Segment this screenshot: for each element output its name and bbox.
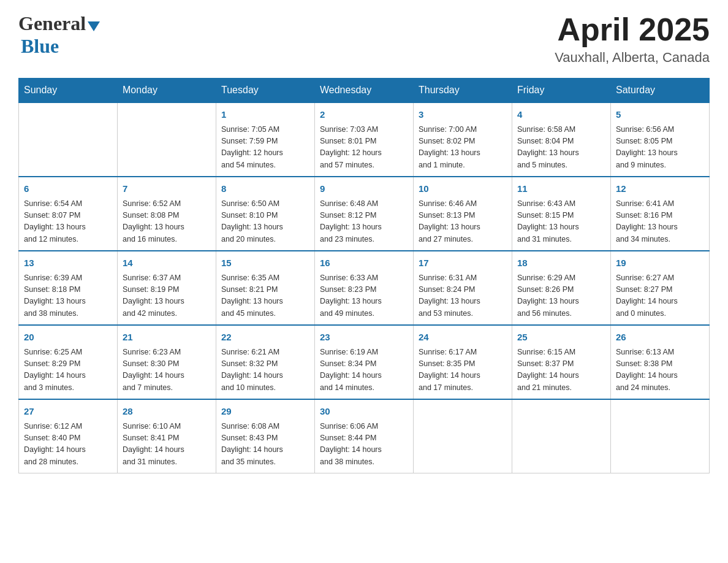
- weekday-header-wednesday: Wednesday: [315, 79, 414, 103]
- day-info: Sunrise: 6:12 AM Sunset: 8:40 PM Dayligh…: [24, 421, 112, 469]
- day-info: Sunrise: 7:00 AM Sunset: 8:02 PM Dayligh…: [419, 124, 507, 172]
- calendar-cell: 30Sunrise: 6:06 AM Sunset: 8:44 PM Dayli…: [315, 399, 414, 473]
- day-info: Sunrise: 6:31 AM Sunset: 8:24 PM Dayligh…: [419, 272, 507, 320]
- calendar-cell: [512, 399, 611, 473]
- page-header: General Blue April 2025 Vauxhall, Albert…: [18, 12, 710, 66]
- day-number: 12: [616, 182, 704, 196]
- day-number: 24: [419, 331, 507, 345]
- day-number: 20: [24, 331, 112, 345]
- day-number: 10: [419, 182, 507, 196]
- calendar-cell: 23Sunrise: 6:19 AM Sunset: 8:34 PM Dayli…: [315, 325, 414, 399]
- day-number: 18: [517, 256, 605, 270]
- day-number: 3: [419, 108, 507, 122]
- calendar-cell: 12Sunrise: 6:41 AM Sunset: 8:16 PM Dayli…: [611, 177, 710, 251]
- day-info: Sunrise: 6:33 AM Sunset: 8:23 PM Dayligh…: [320, 272, 408, 320]
- calendar-cell: 18Sunrise: 6:29 AM Sunset: 8:26 PM Dayli…: [512, 251, 611, 325]
- calendar-cell: 3Sunrise: 7:00 AM Sunset: 8:02 PM Daylig…: [414, 102, 512, 177]
- day-number: 15: [221, 256, 309, 270]
- day-info: Sunrise: 6:39 AM Sunset: 8:18 PM Dayligh…: [24, 272, 112, 320]
- calendar-subtitle: Vauxhall, Alberta, Canada: [555, 50, 710, 66]
- calendar-cell: 27Sunrise: 6:12 AM Sunset: 8:40 PM Dayli…: [19, 399, 118, 473]
- day-info: Sunrise: 6:15 AM Sunset: 8:37 PM Dayligh…: [517, 347, 605, 394]
- day-number: 19: [616, 256, 704, 270]
- day-info: Sunrise: 6:29 AM Sunset: 8:26 PM Dayligh…: [517, 272, 605, 320]
- day-number: 28: [123, 405, 211, 419]
- day-number: 29: [221, 405, 309, 419]
- calendar-cell: 14Sunrise: 6:37 AM Sunset: 8:19 PM Dayli…: [118, 251, 216, 325]
- day-number: 21: [123, 331, 211, 345]
- day-info: Sunrise: 6:27 AM Sunset: 8:27 PM Dayligh…: [616, 272, 704, 320]
- day-number: 4: [517, 108, 605, 122]
- calendar-title: April 2025: [555, 12, 710, 47]
- calendar-cell: 10Sunrise: 6:46 AM Sunset: 8:13 PM Dayli…: [414, 177, 512, 251]
- calendar-cell: [611, 399, 710, 473]
- calendar-cell: 7Sunrise: 6:52 AM Sunset: 8:08 PM Daylig…: [118, 177, 216, 251]
- calendar-cell: [118, 102, 216, 177]
- calendar-cell: [414, 399, 512, 473]
- day-info: Sunrise: 7:05 AM Sunset: 7:59 PM Dayligh…: [221, 124, 309, 172]
- day-number: 30: [320, 405, 408, 419]
- calendar-week-2: 6Sunrise: 6:54 AM Sunset: 8:07 PM Daylig…: [19, 177, 710, 251]
- day-number: 17: [419, 256, 507, 270]
- day-info: Sunrise: 6:46 AM Sunset: 8:13 PM Dayligh…: [419, 198, 507, 246]
- calendar-table: SundayMondayTuesdayWednesdayThursdayFrid…: [18, 78, 710, 473]
- calendar-body: 1Sunrise: 7:05 AM Sunset: 7:59 PM Daylig…: [19, 102, 710, 473]
- logo-general-text: General: [18, 12, 86, 35]
- day-info: Sunrise: 6:48 AM Sunset: 8:12 PM Dayligh…: [320, 198, 408, 246]
- calendar-cell: 29Sunrise: 6:08 AM Sunset: 8:43 PM Dayli…: [216, 399, 315, 473]
- day-info: Sunrise: 6:23 AM Sunset: 8:30 PM Dayligh…: [123, 347, 211, 394]
- weekday-row: SundayMondayTuesdayWednesdayThursdayFrid…: [19, 79, 710, 103]
- day-info: Sunrise: 6:56 AM Sunset: 8:05 PM Dayligh…: [616, 124, 704, 172]
- calendar-header: SundayMondayTuesdayWednesdayThursdayFrid…: [19, 79, 710, 103]
- calendar-week-4: 20Sunrise: 6:25 AM Sunset: 8:29 PM Dayli…: [19, 325, 710, 399]
- calendar-cell: 28Sunrise: 6:10 AM Sunset: 8:41 PM Dayli…: [118, 399, 216, 473]
- calendar-cell: 6Sunrise: 6:54 AM Sunset: 8:07 PM Daylig…: [19, 177, 118, 251]
- title-section: April 2025 Vauxhall, Alberta, Canada: [555, 12, 710, 66]
- day-info: Sunrise: 6:37 AM Sunset: 8:19 PM Dayligh…: [123, 272, 211, 320]
- calendar-cell: 15Sunrise: 6:35 AM Sunset: 8:21 PM Dayli…: [216, 251, 315, 325]
- calendar-cell: 21Sunrise: 6:23 AM Sunset: 8:30 PM Dayli…: [118, 325, 216, 399]
- weekday-header-thursday: Thursday: [414, 79, 512, 103]
- day-info: Sunrise: 6:52 AM Sunset: 8:08 PM Dayligh…: [123, 198, 211, 246]
- calendar-cell: 4Sunrise: 6:58 AM Sunset: 8:04 PM Daylig…: [512, 102, 611, 177]
- logo: General Blue: [18, 12, 100, 58]
- day-info: Sunrise: 7:03 AM Sunset: 8:01 PM Dayligh…: [320, 124, 408, 172]
- calendar-cell: 11Sunrise: 6:43 AM Sunset: 8:15 PM Dayli…: [512, 177, 611, 251]
- calendar-week-3: 13Sunrise: 6:39 AM Sunset: 8:18 PM Dayli…: [19, 251, 710, 325]
- day-info: Sunrise: 6:10 AM Sunset: 8:41 PM Dayligh…: [123, 421, 211, 469]
- day-number: 23: [320, 331, 408, 345]
- calendar-cell: 16Sunrise: 6:33 AM Sunset: 8:23 PM Dayli…: [315, 251, 414, 325]
- day-number: 1: [221, 108, 309, 122]
- day-info: Sunrise: 6:08 AM Sunset: 8:43 PM Dayligh…: [221, 421, 309, 469]
- day-info: Sunrise: 6:35 AM Sunset: 8:21 PM Dayligh…: [221, 272, 309, 320]
- calendar-cell: 5Sunrise: 6:56 AM Sunset: 8:05 PM Daylig…: [611, 102, 710, 177]
- day-info: Sunrise: 6:43 AM Sunset: 8:15 PM Dayligh…: [517, 198, 605, 246]
- weekday-header-saturday: Saturday: [611, 79, 710, 103]
- calendar-cell: 17Sunrise: 6:31 AM Sunset: 8:24 PM Dayli…: [414, 251, 512, 325]
- calendar-cell: 19Sunrise: 6:27 AM Sunset: 8:27 PM Dayli…: [611, 251, 710, 325]
- day-number: 11: [517, 182, 605, 196]
- day-number: 14: [123, 256, 211, 270]
- day-number: 9: [320, 182, 408, 196]
- day-number: 13: [24, 256, 112, 270]
- day-number: 26: [616, 331, 704, 345]
- day-number: 27: [24, 405, 112, 419]
- day-info: Sunrise: 6:54 AM Sunset: 8:07 PM Dayligh…: [24, 198, 112, 246]
- day-number: 25: [517, 331, 605, 345]
- day-number: 16: [320, 256, 408, 270]
- logo-arrow-icon: [88, 21, 100, 31]
- day-info: Sunrise: 6:06 AM Sunset: 8:44 PM Dayligh…: [320, 421, 408, 469]
- day-number: 8: [221, 182, 309, 196]
- calendar-cell: 2Sunrise: 7:03 AM Sunset: 8:01 PM Daylig…: [315, 102, 414, 177]
- day-number: 2: [320, 108, 408, 122]
- calendar-week-5: 27Sunrise: 6:12 AM Sunset: 8:40 PM Dayli…: [19, 399, 710, 473]
- day-number: 5: [616, 108, 704, 122]
- calendar-cell: 1Sunrise: 7:05 AM Sunset: 7:59 PM Daylig…: [216, 102, 315, 177]
- day-info: Sunrise: 6:25 AM Sunset: 8:29 PM Dayligh…: [24, 347, 112, 394]
- day-info: Sunrise: 6:50 AM Sunset: 8:10 PM Dayligh…: [221, 198, 309, 246]
- weekday-header-sunday: Sunday: [19, 79, 118, 103]
- weekday-header-tuesday: Tuesday: [216, 79, 315, 103]
- calendar-cell: 8Sunrise: 6:50 AM Sunset: 8:10 PM Daylig…: [216, 177, 315, 251]
- calendar-cell: 26Sunrise: 6:13 AM Sunset: 8:38 PM Dayli…: [611, 325, 710, 399]
- calendar-cell: 20Sunrise: 6:25 AM Sunset: 8:29 PM Dayli…: [19, 325, 118, 399]
